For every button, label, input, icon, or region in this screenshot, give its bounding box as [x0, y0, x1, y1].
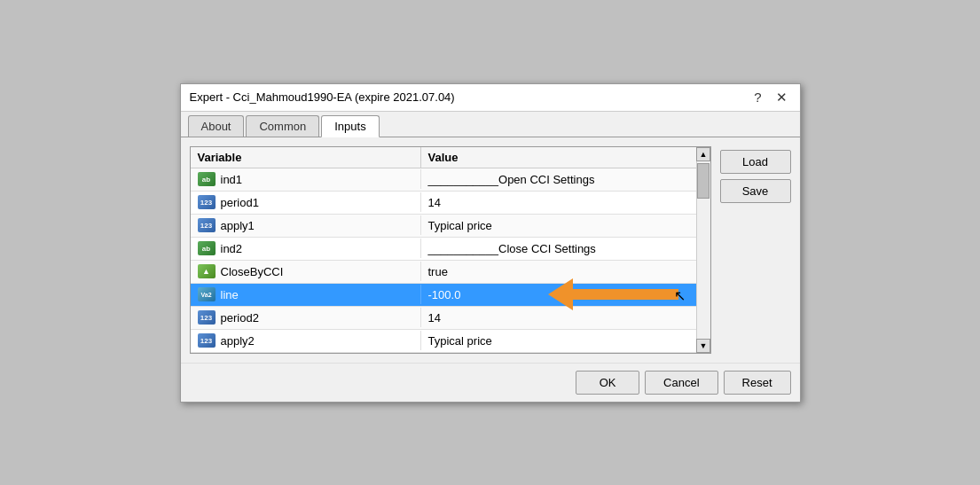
row-value: ___________Close CCI Settings [421, 239, 696, 258]
va2-icon: Va2 [198, 287, 216, 301]
col-value-header: Value [421, 147, 696, 168]
tab-about[interactable]: About [188, 115, 245, 137]
row-value: 14 [421, 193, 696, 212]
row-value: true [421, 262, 696, 281]
123-icon: 123 [198, 333, 216, 348]
row-value: Typical price [421, 332, 696, 350]
ab-icon: ab [198, 241, 216, 255]
load-button[interactable]: Load [720, 150, 791, 174]
scroll-thumb[interactable] [697, 163, 710, 199]
save-button[interactable]: Save [720, 179, 791, 203]
scrollbar[interactable]: ▲ ▼ [696, 147, 710, 353]
table-row[interactable]: 123 apply2 Typical price [191, 330, 696, 353]
ab-icon: ab [198, 172, 216, 186]
tab-common[interactable]: Common [246, 115, 319, 137]
inputs-table-container: Variable Value ab ind1 ___________Open C… [190, 146, 711, 354]
row-value-selected: -100.0 ↖ [421, 286, 696, 304]
row-value: 14 [421, 309, 696, 327]
tab-inputs[interactable]: Inputs [321, 115, 379, 137]
cursor-icon: ↖ [674, 287, 686, 304]
table-row[interactable]: 123 apply1 Typical price [191, 215, 696, 238]
side-buttons: Load Save [720, 146, 791, 354]
row-variable: 123 apply1 [191, 215, 421, 235]
table-main: Variable Value ab ind1 ___________Open C… [191, 147, 696, 353]
help-button[interactable]: ? [750, 90, 764, 105]
123-icon: 123 [198, 195, 216, 209]
title-bar: Expert - Cci_Mahmoud1990-EA (expire 2021… [181, 84, 800, 112]
arrow-body [572, 289, 678, 300]
123-icon: 123 [198, 218, 216, 232]
reset-button[interactable]: Reset [724, 371, 791, 395]
table-row[interactable]: ab ind1 ___________Open CCI Settings [191, 168, 696, 192]
close-button[interactable]: ✕ [772, 90, 791, 106]
row-value: Typical price [421, 216, 696, 235]
table-row[interactable]: ab ind2 ___________Close CCI Settings [191, 238, 696, 261]
title-bar-controls: ? ✕ [750, 90, 790, 106]
tab-bar: About Common Inputs [181, 112, 800, 137]
close-cci-icon: ▲ [198, 264, 216, 278]
scroll-down-button[interactable]: ▼ [696, 339, 710, 353]
main-window: Expert - Cci_Mahmoud1990-EA (expire 2021… [180, 83, 801, 403]
col-variable-header: Variable [191, 147, 421, 168]
content-area: Variable Value ab ind1 ___________Open C… [181, 137, 800, 363]
table-header: Variable Value [191, 147, 696, 168]
row-variable: Va2 line [191, 285, 421, 304]
row-variable: 123 apply2 [191, 331, 421, 350]
table-row[interactable]: ▲ CloseByCCI true [191, 261, 696, 284]
bottom-bar: OK Cancel Reset [181, 363, 800, 402]
scroll-up-button[interactable]: ▲ [696, 147, 710, 161]
table-with-scroll: Variable Value ab ind1 ___________Open C… [191, 147, 710, 353]
table-row[interactable]: 123 period1 14 [191, 192, 696, 215]
row-variable: 123 period1 [191, 192, 421, 212]
window-title: Expert - Cci_Mahmoud1990-EA (expire 2021… [190, 90, 455, 104]
row-variable: 123 period2 [191, 308, 421, 327]
123-icon: 123 [198, 310, 216, 325]
row-value: ___________Open CCI Settings [421, 170, 696, 189]
row-variable: ab ind1 [191, 169, 421, 189]
row-variable: ab ind2 [191, 239, 421, 258]
row-variable: ▲ CloseByCCI [191, 262, 421, 281]
ok-button[interactable]: OK [576, 371, 639, 395]
cancel-button[interactable]: Cancel [645, 371, 717, 395]
table-row[interactable]: 123 period2 14 [191, 307, 696, 330]
table-row-selected[interactable]: Va2 line -100.0 ↖ [191, 284, 696, 307]
